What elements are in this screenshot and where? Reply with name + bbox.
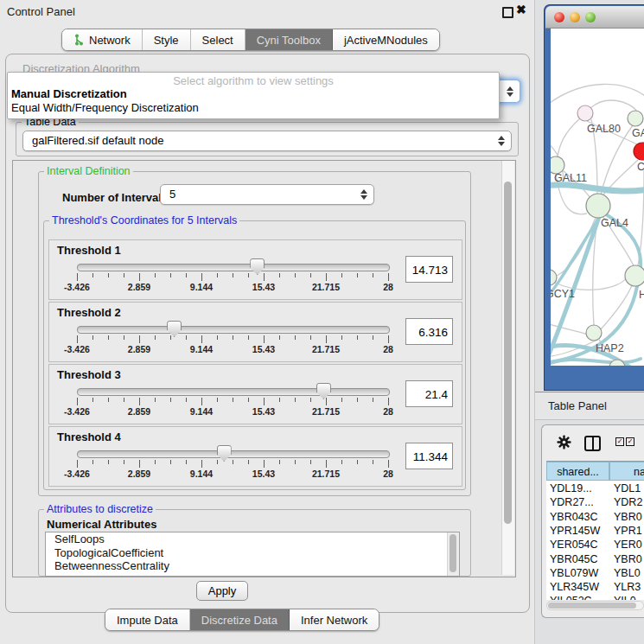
slider-tick-label: 2.859 bbox=[128, 469, 150, 479]
column-header-shared-name[interactable]: shared... bbox=[546, 462, 609, 481]
slider-tick bbox=[373, 460, 373, 464]
table-row[interactable]: YBR045CYBR0 bbox=[546, 552, 644, 566]
network-node-label: GCY1 bbox=[551, 288, 575, 300]
numerical-attributes-label: Numerical Attributes bbox=[47, 518, 156, 531]
slider-tick bbox=[248, 273, 249, 277]
select-columns-icons[interactable]: ✓ ✓ bbox=[615, 437, 634, 446]
slider-tick bbox=[92, 398, 93, 402]
horizontal-scrollbar-thumb[interactable] bbox=[548, 603, 636, 609]
dropdown-item-manual-discretization[interactable]: Manual Discretization bbox=[11, 87, 499, 101]
attribute-item[interactable]: SelfLoops bbox=[46, 532, 459, 546]
gear-icon[interactable] bbox=[557, 435, 571, 450]
close-icon[interactable]: ✖ bbox=[516, 3, 526, 16]
table-row[interactable]: YBR043CYBR0 bbox=[546, 510, 644, 524]
slider-tick bbox=[217, 460, 218, 464]
slider-tick bbox=[77, 460, 78, 468]
slider-tick bbox=[124, 460, 124, 464]
slider-thumb[interactable] bbox=[167, 321, 182, 337]
cell-shared-name: YDR27... bbox=[550, 495, 594, 509]
network-canvas[interactable]: GAL80GACGAL11GAL4GCY1HHAP2 bbox=[551, 29, 644, 366]
threshold-value-field[interactable]: 11.344 bbox=[405, 443, 453, 469]
slider-thumb[interactable] bbox=[316, 383, 331, 399]
network-node-c[interactable] bbox=[634, 143, 644, 160]
zoom-traffic-light-icon[interactable] bbox=[585, 12, 596, 22]
number-of-intervals-label: Number of Intervals bbox=[62, 191, 168, 204]
threshold-value-field[interactable]: 21.4 bbox=[405, 380, 453, 407]
tab-cyni-toolbox[interactable]: Cyni Toolbox bbox=[245, 29, 333, 50]
close-traffic-light-icon[interactable] bbox=[554, 12, 564, 22]
network-node-ga[interactable] bbox=[628, 111, 643, 126]
vertical-scrollbar[interactable] bbox=[501, 161, 514, 575]
attribute-item[interactable]: BetweennessCentrality bbox=[46, 559, 459, 573]
bottom-tab-discretize-data[interactable]: Discretize Data bbox=[190, 609, 290, 630]
network-node-h[interactable] bbox=[625, 265, 644, 286]
column-header-name[interactable]: na bbox=[609, 462, 644, 481]
slider-tick bbox=[326, 273, 327, 281]
float-window-icon[interactable] bbox=[502, 7, 513, 18]
tab-select[interactable]: Select bbox=[191, 29, 245, 50]
slider-tick bbox=[201, 273, 202, 281]
tab-label: jActiveMNodules bbox=[344, 34, 428, 47]
slider-track[interactable] bbox=[77, 326, 390, 334]
slider-tick bbox=[341, 273, 342, 277]
table-row[interactable]: YPR145WYPR1 bbox=[546, 524, 644, 538]
slider-tick bbox=[233, 273, 233, 277]
network-node-hap2[interactable] bbox=[586, 325, 602, 341]
table-data-combobox[interactable]: galFiltered.sif default node bbox=[22, 131, 512, 151]
attributes-scrollbar[interactable] bbox=[447, 532, 459, 576]
cell-name: YBL0 bbox=[614, 566, 641, 580]
network-edge bbox=[601, 285, 632, 329]
node-table[interactable]: shared...naYDL19...YDL1YDR27...YDR2YBR04… bbox=[546, 461, 644, 600]
tab-jactivemnodules[interactable]: jActiveMNodules bbox=[333, 29, 439, 50]
slider-track[interactable] bbox=[77, 450, 390, 458]
network-node-gal11[interactable] bbox=[551, 156, 564, 174]
slider-tick bbox=[248, 335, 249, 340]
slider-tick-label: -3.426 bbox=[64, 406, 90, 417]
slider-tick bbox=[139, 398, 140, 405]
slider-track[interactable] bbox=[77, 264, 390, 271]
minimize-traffic-light-icon[interactable] bbox=[570, 12, 580, 22]
table-row[interactable]: YIL052CYIL0 bbox=[546, 594, 644, 600]
network-node-label: C bbox=[637, 161, 644, 173]
tab-network[interactable]: Network bbox=[62, 29, 143, 50]
columns-icon[interactable] bbox=[584, 436, 601, 451]
threshold-value-field[interactable]: 14.713 bbox=[405, 256, 453, 283]
attributes-group-label: Attributes to discretize bbox=[44, 503, 156, 515]
slider-tick bbox=[388, 273, 389, 281]
attribute-item[interactable]: TopologicalCoefficient bbox=[46, 546, 459, 560]
bottom-tab-infer-network[interactable]: Infer Network bbox=[290, 609, 379, 630]
slider-tick bbox=[108, 335, 109, 340]
network-window-titlebar[interactable] bbox=[545, 6, 644, 29]
control-panel-window: Control Panel ✖ NetworkStyleSelectCyni T… bbox=[0, 0, 535, 644]
table-row[interactable]: YLR345WYLR3 bbox=[546, 580, 644, 594]
table-row[interactable]: YER054CYER0 bbox=[546, 538, 644, 552]
table-row[interactable]: YBL079WYBL0 bbox=[546, 566, 644, 580]
dropdown-item-equal-width-frequency[interactable]: Equal Width/Frequency Discretization bbox=[11, 101, 499, 115]
slider-thumb[interactable] bbox=[250, 258, 265, 275]
cell-name: YER0 bbox=[614, 538, 642, 552]
slider-tick bbox=[217, 273, 218, 277]
tab-style[interactable]: Style bbox=[143, 29, 191, 50]
slider-tick bbox=[295, 335, 296, 340]
numerical-attributes-list[interactable]: SelfLoopsTopologicalCoefficientBetweenne… bbox=[45, 532, 460, 577]
table-row[interactable]: YDL19...YDL1 bbox=[546, 481, 644, 495]
table-row[interactable]: YDR27...YDR2 bbox=[546, 495, 644, 509]
slider-tick bbox=[170, 335, 171, 340]
network-view-window[interactable]: GAL80GACGAL11GAL4GCY1HHAP2 bbox=[544, 4, 644, 391]
bottom-tab-impute-data[interactable]: Impute Data bbox=[105, 609, 190, 630]
number-of-intervals-combobox[interactable]: 5 bbox=[160, 184, 374, 205]
slider-tick bbox=[264, 273, 265, 281]
vertical-scrollbar-thumb[interactable] bbox=[504, 182, 512, 524]
network-node-gal4[interactable] bbox=[586, 194, 610, 218]
threshold-value-field[interactable]: 6.316 bbox=[405, 318, 453, 345]
slider-track[interactable] bbox=[77, 388, 390, 396]
slider-thumb[interactable] bbox=[217, 445, 232, 462]
table-panel-titlebar: Table Panel bbox=[535, 392, 644, 420]
network-node-gal80[interactable] bbox=[577, 105, 593, 121]
slider-tick bbox=[295, 273, 296, 277]
horizontal-scrollbar[interactable] bbox=[546, 601, 644, 610]
threshold-row-3: Threshold 3-3.4262.8599.14415.4321.71528… bbox=[48, 364, 462, 424]
checkbox-icon: ✓ bbox=[615, 437, 624, 446]
attributes-scrollbar-thumb[interactable] bbox=[450, 534, 456, 572]
apply-button[interactable]: Apply bbox=[196, 581, 248, 601]
